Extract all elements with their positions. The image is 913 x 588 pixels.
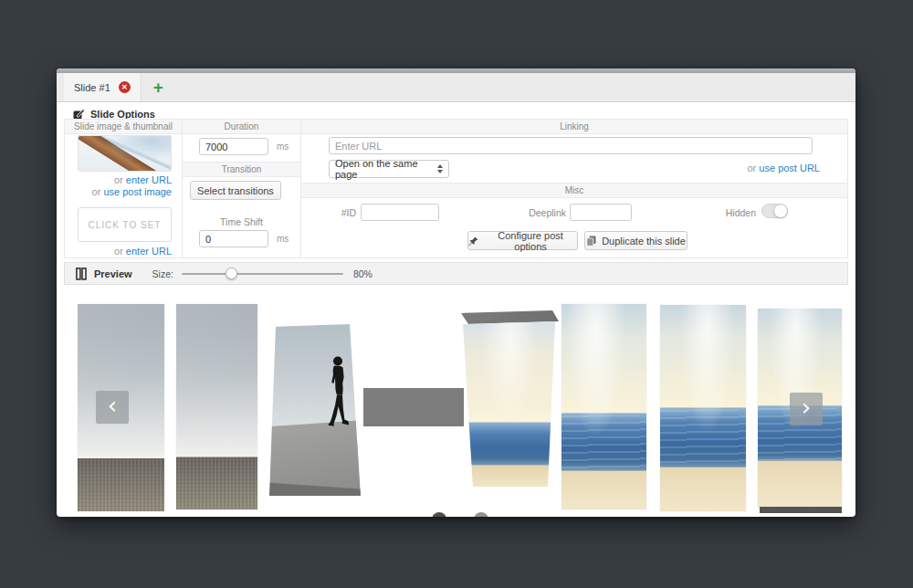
time-shift-input[interactable]	[199, 230, 268, 247]
enter-url-line-2: or enter URL	[64, 246, 172, 257]
deeplink-input[interactable]	[570, 204, 632, 221]
duplicate-icon	[586, 236, 596, 247]
toggle-knob	[773, 204, 788, 218]
size-label: Size:	[152, 268, 173, 279]
enter-url-link-2[interactable]: enter URL	[126, 246, 172, 257]
use-post-image-line: or use post image	[64, 186, 172, 197]
preview-slice-6	[561, 304, 646, 509]
slide-thumbnail-image[interactable]	[78, 135, 172, 172]
link-url-input[interactable]	[329, 137, 813, 154]
preview-slice-cube	[461, 310, 559, 487]
enter-url-line: or enter URL	[64, 174, 172, 185]
configure-post-options-label: Configure post options	[484, 230, 577, 252]
column-divider	[182, 119, 183, 258]
linking-header: Linking	[300, 119, 848, 134]
tab-slide-1[interactable]: Slide #1 ✕	[64, 73, 142, 101]
image-column-header: Slide image & thumbnail	[64, 119, 183, 134]
or-text: or	[748, 163, 760, 173]
deeplink-label: Deeplink	[511, 207, 566, 218]
hidden-toggle[interactable]	[761, 204, 788, 218]
duration-unit: ms	[277, 142, 289, 152]
bullet-dot-active[interactable]	[432, 512, 446, 517]
bullet-dot[interactable]	[474, 512, 488, 517]
link-target-select[interactable]: Open on the same page	[329, 160, 449, 178]
size-slider-track[interactable]	[182, 273, 343, 275]
or-text: or	[92, 186, 104, 197]
preview-slice-gray-bar	[363, 388, 464, 426]
or-text: or	[114, 174, 126, 185]
select-transitions-button[interactable]: Select transitions	[190, 181, 281, 200]
duration-header: Duration	[182, 119, 301, 134]
preview-slice-businessman	[269, 324, 361, 498]
use-post-url-line: or use post URL	[696, 163, 820, 173]
transition-header: Transition	[182, 162, 301, 177]
slide-tab-bar: Slide #1 ✕ +	[57, 73, 855, 102]
add-slide-icon[interactable]: +	[153, 79, 163, 96]
time-shift-label: Time Shift	[182, 216, 301, 227]
preview-bar: Preview Size: 80%	[64, 262, 848, 285]
close-slide-icon[interactable]: ✕	[119, 81, 131, 93]
size-slider-handle[interactable]	[226, 268, 237, 279]
use-post-url-link[interactable]: use post URL	[759, 163, 820, 173]
use-post-image-link[interactable]: use post image	[103, 186, 172, 197]
duplicate-slide-label: Duplicate this slide	[602, 236, 686, 247]
misc-header: Misc	[300, 183, 848, 198]
pushpin-icon	[468, 236, 478, 247]
tab-label: Slide #1	[74, 82, 110, 93]
slice-bottom-shadow	[760, 507, 842, 513]
businessman-silhouette	[320, 355, 352, 428]
id-label: #ID	[327, 207, 356, 218]
duration-input[interactable]	[199, 138, 268, 155]
preview-label: Preview	[94, 268, 132, 279]
cube-front-face	[461, 310, 559, 487]
or-text: or	[114, 246, 126, 257]
slide-editor-panel: Slide #1 ✕ + Slide Options Slide image &…	[57, 68, 855, 517]
link-target-value: Open on the same page	[335, 158, 437, 180]
id-input[interactable]	[361, 204, 439, 221]
hidden-label: Hidden	[718, 207, 756, 218]
preview-slice-2	[176, 304, 257, 509]
configure-post-options-button[interactable]: Configure post options	[467, 231, 578, 250]
click-to-set-box[interactable]: CLICK TO SET	[78, 207, 172, 242]
duplicate-slide-button[interactable]: Duplicate this slide	[584, 231, 687, 250]
time-shift-unit: ms	[277, 234, 289, 244]
preview-slice-7	[660, 305, 746, 511]
enter-url-link[interactable]: enter URL	[126, 174, 172, 185]
select-arrows-icon	[437, 164, 443, 173]
slides-icon	[76, 268, 87, 280]
prev-arrow-button[interactable]: ‹	[96, 391, 129, 424]
size-value: 80%	[353, 268, 373, 279]
slide-options-label: Slide Options	[90, 109, 155, 120]
next-arrow-button[interactable]: ›	[790, 393, 823, 425]
